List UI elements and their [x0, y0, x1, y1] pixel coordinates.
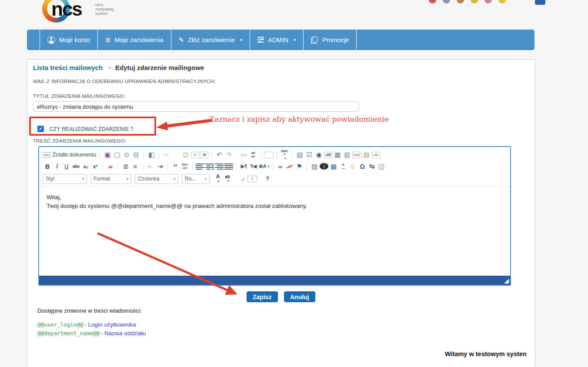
- annotation-arrow-diagonal-icon: [94, 230, 244, 302]
- chevron-down-icon: ▾: [227, 179, 229, 183]
- breadcrumb: Lista treści mailowych ⇢ Edytuj zdarzeni…: [33, 64, 204, 71]
- show-blocks-icon[interactable]: ¶: [247, 176, 257, 182]
- hidden-field-icon[interactable]: ab: [372, 152, 380, 158]
- resize-grip-icon[interactable]: [504, 279, 509, 284]
- indent-icon[interactable]: ⇥: [156, 162, 164, 171]
- nav-item-admin[interactable]: ADMIN ▾: [250, 30, 304, 50]
- font-dropdown[interactable]: Czcionka▾: [135, 174, 178, 184]
- page-break-icon[interactable]: ↹: [368, 162, 376, 171]
- variable-dash: -: [100, 330, 104, 337]
- bulleted-list-icon[interactable]: ≡: [131, 162, 140, 171]
- div-container-icon[interactable]: DIV</>: [180, 162, 189, 171]
- table-icon[interactable]: ▦: [329, 162, 338, 171]
- chevron-down-icon: ▾: [284, 157, 286, 160]
- format-dropdown[interactable]: Format▾: [90, 174, 131, 184]
- variables-heading: Dostępne zmienne w treści wiadomości:: [37, 307, 142, 314]
- strikethrough-icon[interactable]: abc: [72, 162, 80, 171]
- smiley-icon[interactable]: ☺: [348, 162, 357, 171]
- source-button[interactable]: </>Źródło dokumentu: [43, 152, 96, 158]
- redo-icon[interactable]: ↷: [224, 150, 233, 159]
- save-icon[interactable]: ▣: [103, 150, 112, 159]
- preview-icon[interactable]: ⊙: [122, 150, 131, 159]
- badge-pink-icon: [484, 0, 492, 3]
- text-color-icon[interactable]: A▾: [214, 174, 222, 183]
- logo-text: ncs: [51, 0, 82, 20]
- new-page-icon[interactable]: ▢: [113, 150, 121, 159]
- variable-item: @@department_name@@ - Nazwa oddziału: [37, 330, 146, 337]
- cut-icon[interactable]: ✂: [162, 150, 171, 159]
- radio-field-icon[interactable]: ◉: [314, 150, 323, 159]
- replace-icon[interactable]: abac: [249, 150, 257, 159]
- variable-name: @@user_login@@: [37, 321, 83, 328]
- ltr-icon[interactable]: ▶¶: [240, 162, 248, 171]
- spellcheck-icon[interactable]: ABC✓▾: [280, 150, 289, 159]
- paste-as-text-icon[interactable]: A: [191, 152, 199, 158]
- iframe-icon[interactable]: ◫: [377, 162, 386, 171]
- toolbar-row-1: </>Źródło dokumentu▣▢⊙⊟◧✂⊡AW↶↷∩∩abacABC✓…: [43, 149, 507, 160]
- outdent-icon[interactable]: ⇤: [146, 162, 155, 171]
- toolbar-separator: [236, 163, 237, 170]
- underline-icon[interactable]: U: [62, 162, 71, 171]
- align-right-icon[interactable]: [215, 163, 224, 170]
- variable-dash: -: [83, 322, 88, 328]
- subscript-icon[interactable]: x₂: [81, 162, 90, 171]
- unlink-icon[interactable]: ∞: [285, 162, 294, 171]
- rtl-icon[interactable]: ¶◀: [249, 162, 258, 171]
- style-dropdown[interactable]: Styl▾: [43, 174, 87, 184]
- align-left-icon[interactable]: [196, 163, 204, 170]
- highlight-color-icon[interactable]: ab▾: [223, 174, 232, 183]
- italic-icon[interactable]: I: [53, 162, 61, 171]
- language-icon[interactable]: ⊕A▾: [259, 162, 269, 171]
- realize-event-checkbox[interactable]: ✓: [37, 126, 44, 132]
- align-center-icon[interactable]: [205, 163, 214, 170]
- nav-item-moje-zamowienia[interactable]: ≣ Moje zamówienia: [98, 30, 171, 50]
- templates-icon[interactable]: ◧: [147, 150, 156, 159]
- find-icon[interactable]: ∩∩: [239, 150, 248, 159]
- paste-from-word-icon[interactable]: W: [200, 152, 208, 158]
- copy-icon[interactable]: [172, 150, 180, 159]
- align-justify-icon[interactable]: [224, 163, 233, 170]
- flash-icon[interactable]: f: [320, 163, 328, 170]
- checkbox-row: ✓ CZY REALIZOWAĆ ZDARZENIE ?: [37, 126, 134, 132]
- toolbar-separator: [192, 163, 193, 170]
- numbered-list-icon[interactable]: ≣: [121, 162, 130, 171]
- superscript-icon[interactable]: x²: [91, 162, 100, 171]
- title-input[interactable]: [33, 101, 359, 112]
- button-field-icon[interactable]: xxx: [352, 152, 361, 158]
- special-char-icon[interactable]: Ω: [358, 162, 367, 171]
- link-icon[interactable]: ∞: [276, 162, 284, 171]
- anchor-icon[interactable]: ⚑: [295, 162, 304, 171]
- cancel-button[interactable]: Anuluj: [284, 291, 315, 302]
- text-field-icon[interactable]: abl: [324, 152, 332, 158]
- help-icon[interactable]: ?: [263, 174, 272, 183]
- dropdown-label: Ro...: [185, 176, 196, 182]
- annotation-text: Zaznacz i zapisz aby aktywować powiadomi…: [209, 115, 389, 123]
- textarea-icon[interactable]: ▦: [333, 150, 342, 159]
- form-icon[interactable]: ▤: [295, 150, 304, 159]
- blockquote-icon[interactable]: ”: [171, 160, 180, 173]
- select-field-icon[interactable]: ▥: [343, 150, 351, 159]
- remove-format-icon[interactable]: ▰: [106, 162, 115, 171]
- toolbar-separator: [211, 151, 212, 159]
- nav-item-moje-konto[interactable]: Moje konto: [40, 30, 98, 50]
- badge-gray-icon: [443, 0, 450, 3]
- horizontal-line-icon[interactable]: A—: [339, 162, 347, 171]
- size-dropdown[interactable]: Ro...▾: [182, 174, 210, 184]
- image-button-icon[interactable]: ▨: [362, 150, 371, 159]
- print-icon[interactable]: ⊟: [132, 150, 140, 159]
- select-all-icon[interactable]: [264, 152, 274, 158]
- body-field-label: TREŚĆ ZDARZENIA MAILINGOWEGO:: [33, 138, 126, 143]
- save-button[interactable]: Zapisz: [247, 291, 278, 302]
- badge-brown-icon: [457, 0, 464, 3]
- mail-description-label: MAIL Z INFORMACJĄ O ODEBRANIU UPRAWNIEŃ …: [33, 79, 216, 84]
- breadcrumb-link[interactable]: Lista treści mailowych: [33, 64, 103, 71]
- maximize-icon[interactable]: ↔: [236, 173, 248, 185]
- image-icon[interactable]: ▨: [310, 162, 319, 171]
- undo-icon[interactable]: ↶: [215, 150, 224, 159]
- paste-icon[interactable]: ⊡: [181, 150, 190, 159]
- nav-item-promocje[interactable]: Promocje: [304, 30, 357, 50]
- nav-item-label: Moje konto: [59, 37, 90, 43]
- checkbox-field-icon[interactable]: ☑: [305, 150, 314, 159]
- bold-icon[interactable]: B: [43, 162, 52, 171]
- nav-item-zloz-zamowienie[interactable]: ✎ Złóż zamówienie ▾: [171, 30, 251, 50]
